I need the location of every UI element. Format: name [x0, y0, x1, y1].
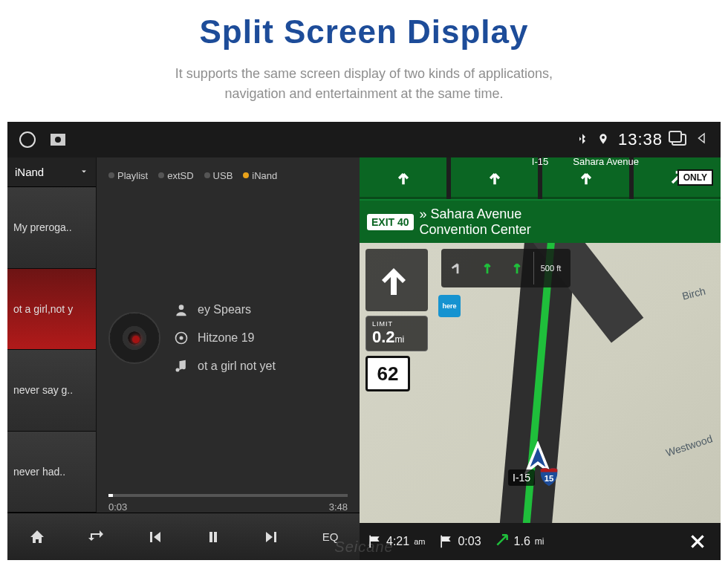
- time-elapsed: 0:03: [108, 501, 127, 513]
- artist-icon: [174, 302, 189, 317]
- list-item[interactable]: never say g..: [7, 350, 96, 432]
- source-label-text: iNand: [15, 166, 44, 178]
- nav-top: ONLY I-15 Sahara Avenue EXIT 40 » Sahara…: [360, 157, 721, 243]
- exit-destination: » Sahara Avenue Convention Center: [420, 207, 531, 237]
- lane-sign: [451, 157, 538, 199]
- svg-point-0: [179, 305, 184, 310]
- now-playing: ey Spears Hitzone 19 ot a girl not yet: [108, 187, 348, 488]
- clock-display: 13:38: [618, 130, 663, 149]
- android-status-bar: 13:38: [7, 122, 721, 157]
- media-top: iNand My preroga.. ot a girl,not y never…: [7, 157, 360, 513]
- exit-banner: EXIT 40 » Sahara Avenue Convention Cente…: [360, 199, 721, 243]
- flag-icon: [438, 534, 453, 549]
- svg-point-2: [180, 336, 183, 339]
- tab-playlist[interactable]: Playlist: [108, 170, 148, 181]
- street-name-top: Sahara Avenue: [573, 156, 639, 167]
- lane-distance: 500 ft: [533, 252, 568, 284]
- lane-sign: [360, 157, 446, 199]
- page-title: Split Screen Display: [0, 13, 728, 51]
- location-icon: [597, 131, 609, 149]
- lane-guidance-widget: 500 ft: [441, 249, 571, 287]
- list-item[interactable]: ot a girl,not y: [7, 269, 96, 351]
- back-icon[interactable]: [695, 131, 709, 149]
- repeat-button[interactable]: [77, 522, 114, 552]
- recent-apps-icon[interactable]: [672, 134, 686, 146]
- source-tabs: Playlist extSD USB iNand: [108, 163, 348, 187]
- speed-limit-sign: 62: [365, 356, 410, 391]
- exit-number-chip: EXIT 40: [367, 214, 414, 230]
- artist-row: ey Spears: [174, 302, 276, 317]
- interstate-shield-icon: 15: [538, 465, 560, 490]
- remaining-distance: 1.6mi: [495, 533, 545, 550]
- subtitle-line-1: It supports the same screen display of t…: [0, 64, 728, 84]
- trip-duration: 0:03: [438, 534, 481, 549]
- list-item[interactable]: My preroga..: [7, 187, 96, 269]
- turn-distance-box: LIMIT 0.2mi: [365, 316, 428, 351]
- tab-inand[interactable]: iNand: [243, 170, 277, 181]
- svg-text:15: 15: [545, 474, 554, 483]
- track-name: ot a girl not yet: [198, 360, 276, 373]
- status-right: 13:38: [576, 130, 709, 149]
- street-label: Westwood: [664, 432, 714, 458]
- gallery-icon[interactable]: [51, 134, 65, 146]
- nav-bottom-bar: 4:21am 0:03 1.6mi: [360, 523, 721, 560]
- media-player-panel: iNand My preroga.. ot a girl,not y never…: [7, 157, 360, 560]
- navigation-panel: ONLY I-15 Sahara Avenue EXIT 40 » Sahara…: [360, 157, 721, 560]
- time-total: 3:48: [329, 501, 348, 513]
- route-shield: I-15 15: [508, 465, 560, 490]
- playlist-column: iNand My preroga.. ot a girl,not y never…: [7, 157, 97, 513]
- close-button[interactable]: [682, 526, 713, 557]
- bluetooth-icon: [576, 131, 588, 149]
- route-arrow-icon: [495, 533, 510, 550]
- artist-name: ey Spears: [198, 303, 251, 316]
- next-turn-icon[interactable]: [365, 249, 428, 311]
- arrival-time: 4:21am: [367, 534, 425, 549]
- only-badge: ONLY: [677, 169, 713, 186]
- progress-fill: [108, 494, 113, 497]
- highway-name: I-15: [532, 156, 548, 167]
- track-metadata: ey Spears Hitzone 19 ot a girl not yet: [174, 302, 276, 374]
- subtitle-line-2: navigation and entertainment at the same…: [0, 84, 728, 104]
- home-button[interactable]: [19, 522, 56, 552]
- lane-arrow-icon: [504, 252, 530, 284]
- album-disc-icon: [108, 312, 160, 364]
- map-canvas[interactable]: Birch Westwood LIMIT 0.2mi 62: [360, 243, 721, 523]
- source-dropdown[interactable]: iNand: [7, 157, 96, 187]
- album-row: Hitzone 19: [174, 331, 276, 345]
- album-name: Hitzone 19: [198, 331, 255, 345]
- here-logo-icon: here: [438, 295, 461, 317]
- flag-icon: [367, 534, 382, 549]
- media-main: Playlist extSD USB iNand ey Spears: [97, 157, 360, 513]
- tab-extsd[interactable]: extSD: [158, 170, 193, 181]
- lane-arrow-icon: [444, 252, 471, 284]
- album-icon: [174, 331, 189, 345]
- progress-bar[interactable]: [108, 494, 348, 497]
- track-row: ot a girl not yet: [174, 359, 276, 374]
- pause-button[interactable]: [195, 522, 232, 552]
- music-note-icon: [174, 359, 189, 374]
- previous-button[interactable]: [136, 522, 173, 552]
- list-item[interactable]: never had..: [7, 432, 96, 513]
- lane-arrow-icon: [474, 252, 501, 284]
- nav-left-widgets: LIMIT 0.2mi 62: [365, 249, 428, 391]
- progress-times: 0:03 3:48: [108, 501, 348, 513]
- eq-button[interactable]: EQ: [312, 522, 349, 552]
- home-icon[interactable]: [19, 131, 36, 148]
- progress-area: 0:03 3:48: [108, 494, 348, 513]
- street-label: Birch: [681, 285, 707, 302]
- next-button[interactable]: [253, 522, 290, 552]
- chevron-down-icon: [79, 166, 88, 178]
- split-screen-container: iNand My preroga.. ot a girl,not y never…: [7, 157, 721, 560]
- player-controls: EQ: [7, 513, 360, 560]
- page-subtitle: It supports the same screen display of t…: [0, 64, 728, 104]
- route-shield-text: I-15: [508, 469, 535, 486]
- tab-usb[interactable]: USB: [204, 170, 233, 181]
- status-left: [19, 131, 65, 148]
- device-frame: 13:38 iNand My preroga.. ot a gi: [7, 122, 721, 560]
